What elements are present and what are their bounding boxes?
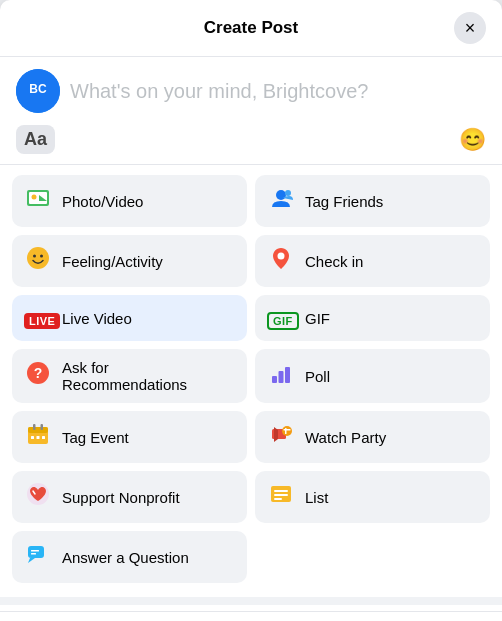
create-post-modal: Create Post × BC What's on your mind, Br… (0, 0, 502, 621)
avatar: BC (16, 69, 60, 113)
option-poll[interactable]: Poll (255, 349, 490, 403)
svg-point-10 (40, 255, 43, 258)
gif-icon: GIF (267, 305, 295, 331)
support-nonprofit-icon (24, 481, 52, 513)
svg-rect-20 (41, 424, 44, 430)
option-answer-question[interactable]: Answer a Question (12, 531, 247, 583)
svg-point-6 (276, 190, 286, 200)
toolbar-row: Aa 😊 (0, 121, 502, 164)
tag-event-icon (24, 421, 52, 453)
option-feeling[interactable]: Feeling/Activity (12, 235, 247, 287)
tag-event-label: Tag Event (62, 429, 129, 446)
tag-friends-label: Tag Friends (305, 193, 383, 210)
svg-rect-32 (274, 498, 282, 500)
option-tag-event[interactable]: Tag Event (12, 411, 247, 463)
poll-icon (267, 360, 295, 392)
option-ask-recommendations[interactable]: ? Ask for Recommendations (12, 349, 247, 403)
watch-party-icon (267, 421, 295, 453)
svg-point-9 (33, 255, 36, 258)
svg-rect-35 (31, 550, 39, 552)
divider (0, 164, 502, 165)
user-row: BC What's on your mind, Brightcove? (0, 57, 502, 121)
option-photo-video[interactable]: Photo/Video (12, 175, 247, 227)
answer-question-icon (24, 541, 52, 573)
svg-point-7 (285, 190, 291, 196)
gif-label: GIF (305, 310, 330, 327)
list-label: List (305, 489, 328, 506)
svg-rect-18 (28, 427, 48, 433)
check-in-label: Check in (305, 253, 363, 270)
svg-rect-33 (28, 546, 44, 558)
svg-rect-21 (31, 436, 34, 439)
modal-title: Create Post (204, 18, 298, 38)
svg-rect-36 (31, 553, 36, 555)
svg-rect-23 (42, 436, 45, 439)
svg-rect-22 (37, 436, 40, 439)
modal-header: Create Post × (0, 0, 502, 57)
photo-video-icon (24, 185, 52, 217)
feeling-label: Feeling/Activity (62, 253, 163, 270)
feeling-icon (24, 245, 52, 277)
svg-text:?: ? (34, 365, 43, 381)
answer-question-label: Answer a Question (62, 549, 189, 566)
ask-recommendations-label: Ask for Recommendations (62, 359, 235, 393)
svg-rect-14 (272, 376, 277, 383)
section-divider (0, 597, 502, 605)
live-video-label: Live Video (62, 310, 132, 327)
svg-text:BC: BC (29, 82, 47, 96)
svg-rect-30 (274, 490, 288, 492)
svg-point-11 (278, 253, 285, 260)
svg-point-25 (282, 426, 292, 436)
option-gif[interactable]: GIF GIF (255, 295, 490, 341)
option-support-nonprofit[interactable]: Support Nonprofit (12, 471, 247, 523)
option-watch-party[interactable]: Watch Party (255, 411, 490, 463)
share-section: ✓ News Feed 🌐 Public ▼ (0, 611, 502, 621)
list-icon (267, 481, 295, 513)
photo-video-label: Photo/Video (62, 193, 143, 210)
options-grid: Photo/Video Tag Friends (0, 175, 502, 591)
svg-rect-15 (279, 371, 284, 383)
option-tag-friends[interactable]: Tag Friends (255, 175, 490, 227)
svg-rect-3 (29, 192, 47, 204)
support-nonprofit-label: Support Nonprofit (62, 489, 180, 506)
svg-rect-26 (285, 428, 287, 434)
ask-recommendations-icon: ? (24, 360, 52, 392)
svg-point-4 (32, 195, 37, 200)
option-check-in[interactable]: Check in (255, 235, 490, 287)
text-format-btn[interactable]: Aa (16, 125, 55, 154)
svg-rect-16 (285, 367, 290, 383)
text-format-icon: Aa (24, 129, 47, 150)
watch-party-label: Watch Party (305, 429, 386, 446)
emoji-icon[interactable]: 😊 (459, 127, 486, 153)
svg-marker-34 (28, 558, 35, 563)
live-video-icon: LIVE (24, 305, 52, 331)
tag-friends-icon (267, 185, 295, 217)
option-live-video[interactable]: LIVE Live Video (12, 295, 247, 341)
svg-rect-31 (274, 494, 288, 496)
svg-rect-19 (33, 424, 36, 430)
poll-label: Poll (305, 368, 330, 385)
post-placeholder[interactable]: What's on your mind, Brightcove? (70, 80, 486, 103)
svg-rect-27 (284, 429, 291, 431)
option-list[interactable]: List (255, 471, 490, 523)
close-button[interactable]: × (454, 12, 486, 44)
check-in-icon (267, 245, 295, 277)
svg-point-8 (27, 247, 49, 269)
